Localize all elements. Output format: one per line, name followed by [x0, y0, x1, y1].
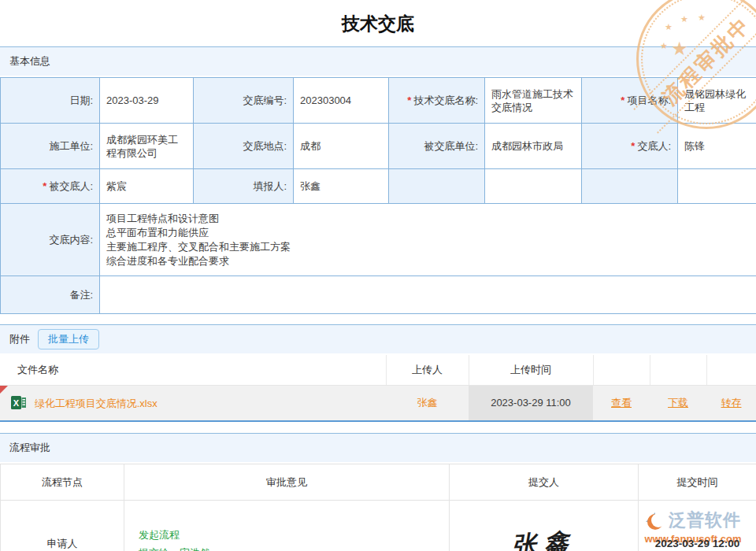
required-mark: *: [43, 180, 46, 192]
filler-value-cell: 张鑫: [294, 169, 389, 204]
date-label-cell: 日期:: [1, 78, 100, 124]
empty-value-cell: [678, 169, 756, 204]
info-row-content: 交底内容: 项目工程特点和设计意图 总平面布置和力能供应 主要施工程序、交叉配合…: [1, 204, 756, 276]
batch-upload-button[interactable]: 批量上传: [38, 329, 99, 349]
submit-time-header: 提交时间: [639, 464, 756, 501]
required-mark: *: [407, 94, 411, 106]
submitter-header: 提交人: [450, 464, 639, 501]
download-link[interactable]: 下载: [668, 397, 688, 409]
info-row-1: 日期: 2023-03-29 交底编号: 202303004 *技术交底名称: …: [1, 78, 756, 124]
svg-text:X: X: [13, 398, 20, 408]
project-label-cell: *项目名称:: [582, 78, 678, 124]
view-action-cell: 查看: [593, 385, 650, 421]
file-name-header: 文件名称: [0, 355, 386, 385]
node-header: 流程节点: [1, 464, 124, 501]
view-link[interactable]: 查看: [611, 397, 632, 409]
opinion-header: 审批意见: [124, 464, 450, 501]
info-row-2: 施工单位: 成都紫园环美工程有限公司 交底地点: 成都 被交底单位: 成都园林市…: [1, 124, 756, 169]
remark-value-cell: [100, 276, 756, 314]
content-line: 主要施工程序、交叉配合和主要施工方案: [106, 240, 750, 254]
page-title: 技术交底: [0, 0, 756, 46]
upload-time-header: 上传时间: [469, 355, 593, 385]
submit-time-text: 2023-03-29 12:00: [655, 538, 739, 549]
date-value-cell: 2023-03-29: [100, 78, 194, 124]
node-cell: 申请人: [1, 501, 124, 551]
download-action-cell: 下载: [650, 385, 706, 421]
corner-flag-icon: [0, 386, 8, 394]
approval-header-row: 流程节点 审批意见 提交人 提交时间: [1, 464, 756, 501]
required-mark: *: [621, 94, 624, 106]
uploader-cell: 张鑫: [386, 385, 469, 421]
uploader-name: 张鑫: [417, 397, 438, 409]
approval-table: 流程节点 审批意见 提交人 提交时间 申请人 发起流程 提交给：宋浩然 张鑫 2…: [0, 464, 756, 551]
location-label-cell: 交底地点:: [194, 124, 294, 169]
project-value-cell: 晟铭园林绿化工程: [678, 78, 756, 124]
receiving-unit-value-cell: 成都园林市政局: [485, 124, 582, 169]
discloser-value-cell: 陈锋: [678, 124, 756, 169]
discloser-label-cell: *交底人:: [582, 124, 678, 169]
contractor-value-cell: 成都紫园环美工程有限公司: [100, 124, 194, 169]
empty-label-cell: [582, 169, 678, 204]
approval-section-header: 流程审批: [0, 433, 756, 462]
action-header-empty: [706, 355, 756, 385]
content-line: 综合进度和各专业配合要求: [106, 254, 750, 268]
basic-info-table: 日期: 2023-03-29 交底编号: 202303004 *技术交底名称: …: [0, 77, 756, 314]
opinion-cell: 发起流程 提交给：宋浩然: [124, 501, 450, 551]
contractor-label-cell: 施工单位:: [1, 124, 100, 169]
content-line: 项目工程特点和设计意图: [106, 212, 750, 226]
start-flow-link[interactable]: 发起流程: [139, 526, 448, 544]
technical-disclosure-page: 技术交底 基本信息 日期: 2023-03-29 交底编号: 202303004…: [0, 0, 756, 551]
receiver-label-cell: *被交底人:: [1, 169, 100, 204]
approval-row-applicant: 申请人 发起流程 提交给：宋浩然 张鑫 2023-03-29 12:00: [1, 501, 756, 551]
required-mark: *: [631, 140, 635, 152]
attachments-section-header: 附件 批量上传: [0, 324, 756, 353]
empty-value-cell: [485, 169, 582, 204]
attachments-section-title: 附件: [9, 332, 30, 346]
save-as-link[interactable]: 转存: [721, 397, 742, 409]
attachments-header-row: 文件名称 上传人 上传时间: [0, 355, 756, 385]
attachment-file-row: X 绿化工程项目交底情况.xlsx 张鑫 2023-03-29 11:00 查看…: [0, 385, 756, 421]
file-name-cell: X 绿化工程项目交底情况.xlsx: [0, 385, 386, 421]
info-row-remark: 备注:: [1, 276, 756, 314]
uploader-header: 上传人: [386, 355, 469, 385]
number-label-cell: 交底编号:: [194, 78, 294, 124]
location-value-cell: 成都: [294, 124, 389, 169]
attachment-file-link[interactable]: 绿化工程项目交底情况.xlsx: [35, 398, 158, 409]
upload-time-cell: 2023-03-29 11:00: [469, 385, 593, 421]
submit-to-link[interactable]: 提交给：宋浩然: [139, 544, 448, 551]
content-value-cell: 项目工程特点和设计意图 总平面布置和力能供应 主要施工程序、交叉配合和主要施工方…: [100, 204, 756, 276]
attachments-table: 文件名称 上传人 上传时间 X 绿化工程项目交底情况.xlsx 张鑫: [0, 355, 756, 422]
basic-info-section-header: 基本信息: [0, 46, 756, 76]
info-row-3: *被交底人: 紫宸 填报人: 张鑫: [1, 169, 756, 204]
basic-info-section-title: 基本信息: [9, 54, 50, 68]
disclosure-name-value-cell: 雨水管道施工技术交底情况: [485, 78, 582, 124]
empty-label-cell: [389, 169, 485, 204]
receiving-unit-label-cell: 被交底单位:: [389, 124, 485, 169]
signature-text: 张鑫: [510, 525, 577, 551]
remark-label-cell: 备注:: [1, 276, 100, 314]
submit-time-cell: 2023-03-29 12:00: [639, 501, 756, 551]
action-header-empty: [593, 355, 650, 385]
save-action-cell: 转存: [706, 385, 756, 421]
excel-file-icon: X: [11, 395, 26, 410]
number-value-cell: 202303004: [294, 78, 389, 124]
content-line: 总平面布置和力能供应: [106, 226, 750, 240]
disclosure-name-label-cell: *技术交底名称:: [389, 78, 485, 124]
filler-label-cell: 填报人:: [194, 169, 294, 204]
action-header-empty: [650, 355, 706, 385]
approval-section-title: 流程审批: [9, 441, 50, 455]
content-label-cell: 交底内容:: [1, 204, 100, 276]
receiver-value-cell: 紫宸: [100, 169, 194, 204]
signature-cell: 张鑫: [450, 501, 639, 551]
